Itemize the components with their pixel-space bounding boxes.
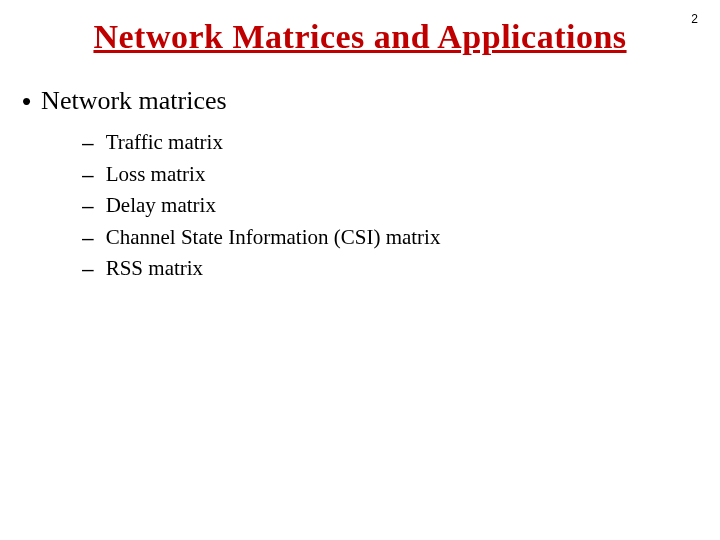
list-item: – Channel State Information (CSI) matrix xyxy=(82,222,720,254)
dash-icon: – xyxy=(82,159,94,191)
sub-item-label: Traffic matrix xyxy=(106,127,223,159)
dash-icon: – xyxy=(82,222,94,254)
list-item: – Traffic matrix xyxy=(82,127,720,159)
sub-item-label: Channel State Information (CSI) matrix xyxy=(106,222,441,254)
list-item: – Loss matrix xyxy=(82,159,720,191)
top-bullet-label: Network matrices xyxy=(41,86,227,116)
top-bullet: • Network matrices xyxy=(22,86,720,117)
sub-item-label: Loss matrix xyxy=(106,159,206,191)
sub-item-label: Delay matrix xyxy=(106,190,216,222)
list-item: – RSS matrix xyxy=(82,253,720,285)
sub-list: – Traffic matrix – Loss matrix – Delay m… xyxy=(22,127,720,285)
bullet-icon: • xyxy=(22,86,31,117)
dash-icon: – xyxy=(82,127,94,159)
dash-icon: – xyxy=(82,190,94,222)
content-area: • Network matrices – Traffic matrix – Lo… xyxy=(0,86,720,285)
list-item: – Delay matrix xyxy=(82,190,720,222)
sub-item-label: RSS matrix xyxy=(106,253,203,285)
dash-icon: – xyxy=(82,253,94,285)
slide-title: Network Matrices and Applications xyxy=(0,18,720,56)
page-number: 2 xyxy=(691,12,698,26)
